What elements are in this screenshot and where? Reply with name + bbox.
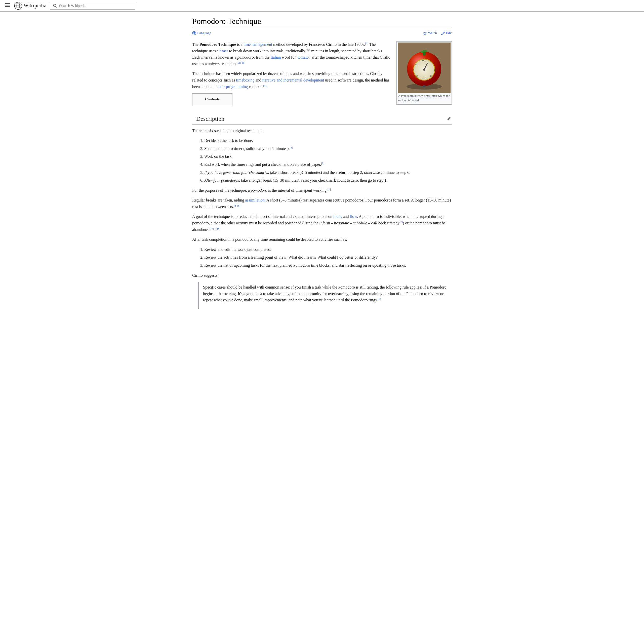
cite-4[interactable]: [4] bbox=[263, 84, 267, 87]
list-item: Work on the task. bbox=[204, 153, 452, 160]
svg-text:25: 25 bbox=[416, 75, 418, 77]
svg-rect-0 bbox=[5, 3, 10, 4]
link-iterative[interactable]: iterative and incremental development bbox=[262, 78, 324, 82]
link-timeboxing[interactable]: timeboxing bbox=[236, 78, 255, 82]
svg-text:20: 20 bbox=[423, 77, 425, 80]
svg-rect-34 bbox=[423, 85, 426, 87]
cite-1b[interactable]: [1] bbox=[290, 146, 293, 149]
link-pair-programming[interactable]: pair programming bbox=[219, 85, 248, 89]
language-icon bbox=[192, 31, 196, 35]
svg-line-9 bbox=[56, 6, 57, 8]
logo-text: Wikipedia bbox=[24, 3, 47, 9]
list-item: Review and edit the work just completed. bbox=[204, 246, 452, 253]
cite-1d[interactable]: [1] bbox=[234, 204, 237, 207]
watch-label: Watch bbox=[428, 31, 437, 35]
svg-text:5: 5 bbox=[432, 63, 433, 66]
list-item: Review the activities from a learning po… bbox=[204, 254, 452, 261]
svg-text:15: 15 bbox=[430, 75, 432, 77]
section-title-description: Description bbox=[192, 114, 224, 124]
link-timer[interactable]: timer bbox=[220, 49, 228, 53]
p-interruptions: A goal of the technique is to reduce the… bbox=[192, 213, 452, 233]
main-content: Pomodoro Technique Language bbox=[186, 12, 458, 323]
section1-intro: There are six steps in the original tech… bbox=[192, 128, 452, 134]
list-item: After four pomodoros, take a longer brea… bbox=[204, 177, 452, 184]
infobox-image: 60/0 5 10 15 20 25 30 35 A Pomodoro kitc… bbox=[396, 41, 452, 105]
completion-list: Review and edit the work just completed.… bbox=[204, 246, 452, 269]
link-flow[interactable]: flow bbox=[350, 214, 357, 219]
cite-2[interactable]: [2] bbox=[237, 61, 241, 64]
cite-5[interactable]: [5] bbox=[321, 162, 324, 165]
p-pomodoro: For the purposes of the technique, a pom… bbox=[192, 187, 452, 194]
svg-text:60/0: 60/0 bbox=[422, 60, 426, 62]
language-label: Language bbox=[197, 31, 211, 35]
svg-point-33 bbox=[423, 69, 425, 71]
svg-text:30: 30 bbox=[412, 69, 414, 71]
image-caption: A Pomodoro kitchen timer, after which th… bbox=[398, 93, 451, 103]
site-header: Wikipedia bbox=[0, 0, 644, 12]
list-item: Review the list of upcoming tasks for th… bbox=[204, 262, 452, 269]
svg-rect-1 bbox=[5, 5, 10, 6]
svg-marker-14 bbox=[423, 32, 427, 35]
blockquote-text: Specific cases should be handled with co… bbox=[203, 284, 448, 303]
cite-3[interactable]: [3] bbox=[241, 61, 244, 64]
search-box bbox=[50, 2, 135, 10]
p-completion: After task completion in a pomodoro, any… bbox=[192, 236, 452, 243]
cite-8[interactable]: [8] bbox=[217, 227, 220, 230]
link-time-management[interactable]: time management bbox=[244, 42, 272, 47]
link-assimilation[interactable]: assimilation bbox=[245, 198, 265, 202]
list-item: If you have fewer than four checkmarks, … bbox=[204, 169, 452, 176]
contents-title: Contents bbox=[196, 96, 228, 102]
edit-section-button[interactable] bbox=[446, 116, 452, 122]
list-item: End work when the timer rings and put a … bbox=[204, 161, 452, 168]
svg-text:35: 35 bbox=[415, 63, 417, 66]
edit-label: Edit bbox=[446, 31, 452, 35]
cite-1a[interactable]: [1] bbox=[365, 42, 369, 45]
link-tomato[interactable]: tomato bbox=[298, 55, 309, 59]
pencil-icon bbox=[447, 117, 451, 120]
cite-1e[interactable]: [1] bbox=[211, 227, 214, 230]
search-icon bbox=[53, 4, 57, 8]
cite-6b[interactable]: [6] bbox=[214, 227, 217, 230]
steps-list: Decide on the task to be done. Set the p… bbox=[204, 137, 452, 184]
cite-9[interactable]: [9] bbox=[378, 297, 381, 300]
watch-button[interactable]: Watch bbox=[423, 31, 437, 35]
list-item: Decide on the task to be done. bbox=[204, 137, 452, 144]
svg-text:10: 10 bbox=[434, 69, 436, 71]
cite-7[interactable]: [7] bbox=[399, 220, 403, 223]
svg-line-35 bbox=[449, 117, 450, 118]
tomato-image: 60/0 5 10 15 20 25 30 35 bbox=[398, 43, 451, 93]
cirillo-blockquote: Specific cases should be handled with co… bbox=[198, 282, 452, 309]
cirillo-suggests: Cirillo suggests: bbox=[192, 272, 452, 279]
contents-box: Contents bbox=[192, 93, 232, 106]
cite-1c[interactable]: [1] bbox=[328, 187, 331, 190]
description-section-heading: Description bbox=[192, 114, 452, 124]
link-italian[interactable]: Italian bbox=[270, 55, 281, 59]
svg-point-8 bbox=[53, 4, 56, 7]
wikipedia-logo[interactable]: Wikipedia bbox=[14, 2, 47, 10]
article-body: 60/0 5 10 15 20 25 30 35 A Pomodoro kitc… bbox=[192, 41, 452, 312]
svg-rect-2 bbox=[5, 6, 10, 7]
search-input[interactable] bbox=[59, 4, 132, 8]
edit-icon bbox=[441, 31, 445, 35]
cite-6a[interactable]: [6] bbox=[237, 204, 240, 207]
menu-icon[interactable] bbox=[4, 2, 11, 10]
action-bar: Language Watch Edit bbox=[192, 31, 452, 37]
language-button[interactable]: Language bbox=[192, 31, 211, 35]
p-breaks: Regular breaks are taken, aiding assimil… bbox=[192, 197, 452, 210]
star-icon bbox=[423, 31, 427, 35]
list-item: Set the pomodoro timer (traditionally to… bbox=[204, 145, 452, 152]
svg-line-15 bbox=[443, 32, 444, 33]
edit-button[interactable]: Edit bbox=[441, 31, 452, 35]
page-title: Pomodoro Technique bbox=[192, 17, 452, 27]
link-focus[interactable]: focus bbox=[333, 214, 342, 219]
